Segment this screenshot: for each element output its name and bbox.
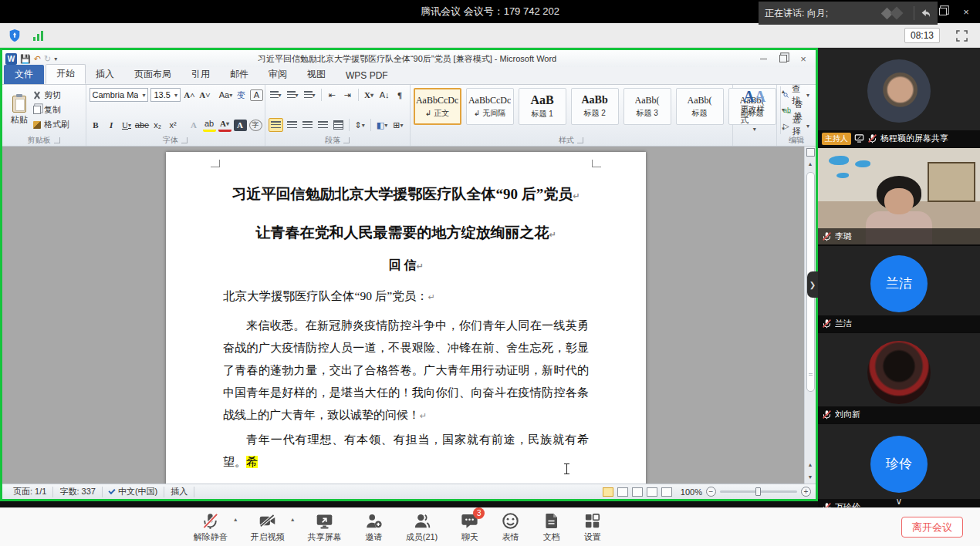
zoom-out-button[interactable]: − bbox=[706, 487, 716, 497]
phonetic-guide-button[interactable]: 变 bbox=[235, 88, 248, 102]
highlight-color-button[interactable]: ab bbox=[203, 118, 216, 132]
asian-layout-button[interactable]: X▾ bbox=[363, 88, 376, 102]
document-canvas[interactable]: 习近平回信勉励北京大学援鄂医疗队全体“90 后”党员↵ 让青春在党和人民最需要的… bbox=[2, 147, 804, 484]
superscript-button[interactable]: x² bbox=[167, 118, 180, 132]
expand-arrow-icon[interactable]: ▲ bbox=[233, 517, 238, 522]
chat-button[interactable]: 聊天3 bbox=[461, 512, 478, 543]
dialog-launcher-icon[interactable] bbox=[577, 137, 583, 143]
style-标题 2[interactable]: AaBb标题 2 bbox=[571, 88, 619, 125]
tab-审阅[interactable]: 审阅 bbox=[259, 66, 297, 84]
tab-邮件[interactable]: 邮件 bbox=[220, 66, 259, 84]
page-indicator[interactable]: 页面: 1/1 bbox=[7, 487, 53, 497]
character-border-button[interactable]: A bbox=[250, 89, 263, 101]
change-styles-button[interactable]: AA 更改样式 ▾ bbox=[736, 86, 773, 134]
undo-button[interactable]: ↶ bbox=[34, 53, 41, 64]
redo-button[interactable]: ↻ bbox=[44, 53, 51, 64]
tab-视图[interactable]: 视图 bbox=[297, 66, 336, 84]
decrease-indent-button[interactable]: ⇤ bbox=[326, 88, 339, 102]
insert-mode[interactable]: 插入 bbox=[164, 487, 194, 497]
style-标题 1[interactable]: AaB标题 1 bbox=[519, 88, 566, 125]
web-layout-view-button[interactable] bbox=[632, 487, 643, 497]
numbering-button[interactable]: ▾ bbox=[286, 88, 300, 102]
sidebar-collapse-chevron[interactable]: ∨ bbox=[896, 496, 903, 507]
draft-view-button[interactable] bbox=[661, 487, 672, 497]
font-color-button[interactable]: A▾ bbox=[218, 118, 231, 132]
dialog-launcher-icon[interactable] bbox=[54, 137, 60, 143]
show-hide-marks-button[interactable]: ¶ bbox=[394, 88, 407, 102]
mic-off-button[interactable]: 解除静音▲ bbox=[194, 512, 228, 543]
word-close-button[interactable]: × bbox=[797, 52, 809, 65]
previous-page-button[interactable]: ▲ bbox=[806, 459, 816, 470]
style-标题[interactable]: AaBb(标题 bbox=[676, 88, 724, 125]
participant-tile-刘向新[interactable]: 刘向新 bbox=[818, 333, 980, 423]
character-shading-button[interactable]: A bbox=[234, 120, 247, 131]
align-center-button[interactable] bbox=[286, 118, 299, 132]
word-minimize-button[interactable] bbox=[757, 52, 769, 65]
word-count[interactable]: 字数: 337 bbox=[53, 487, 102, 497]
bullets-button[interactable]: ▾ bbox=[269, 88, 283, 102]
tab-WPS PDF[interactable]: WPS PDF bbox=[336, 68, 398, 84]
font-name-combo[interactable]: Cambria Ma▾ bbox=[90, 88, 149, 102]
participant-tile-兰洁[interactable]: 兰洁兰洁 bbox=[818, 246, 980, 332]
justify-button[interactable] bbox=[316, 118, 329, 132]
zoom-slider[interactable] bbox=[720, 490, 797, 493]
ruler-toggle-button[interactable] bbox=[806, 148, 815, 157]
document-scrollbar[interactable]: ▲ ▲ ▼ bbox=[804, 147, 816, 484]
style-正文[interactable]: AaBbCcDc↲ 正文 bbox=[414, 88, 461, 125]
emoji-button[interactable]: 表情 bbox=[502, 512, 519, 543]
share-screen-button[interactable]: 共享屏幕 bbox=[308, 512, 342, 543]
sort-button[interactable]: A↓ bbox=[378, 88, 391, 102]
dialog-launcher-icon[interactable] bbox=[181, 137, 188, 143]
borders-button[interactable]: ⊞▾ bbox=[391, 118, 404, 132]
multilevel-list-button[interactable]: ▾ bbox=[302, 88, 317, 102]
participant-tile-李璐[interactable]: 李璐 bbox=[818, 148, 980, 244]
participant-tile-万珍伶[interactable]: 珍伶万珍伶 bbox=[818, 424, 980, 507]
outline-view-button[interactable] bbox=[647, 487, 657, 497]
sidebar-collapse-arrow[interactable]: ❯ bbox=[807, 271, 818, 298]
security-shield-icon[interactable] bbox=[8, 29, 22, 42]
save-button[interactable]: 💾 bbox=[20, 53, 31, 64]
font-size-combo[interactable]: 13.5▾ bbox=[150, 88, 180, 102]
tab-文件[interactable]: 文件 bbox=[4, 65, 44, 84]
dialog-launcher-icon[interactable] bbox=[343, 137, 350, 143]
format-painter-button[interactable]: 格式刷 bbox=[33, 118, 69, 131]
document-button[interactable]: 文档 bbox=[542, 512, 560, 543]
increase-indent-button[interactable]: ⇥ bbox=[341, 88, 354, 102]
print-layout-view-button[interactable] bbox=[603, 487, 613, 497]
app-close-button[interactable]: × bbox=[960, 5, 972, 18]
zoom-in-button[interactable]: + bbox=[801, 487, 811, 497]
next-page-button[interactable]: ▼ bbox=[806, 471, 816, 482]
settings-button[interactable]: 设置 bbox=[583, 512, 601, 543]
italic-button[interactable]: I bbox=[105, 118, 118, 132]
zoom-level[interactable]: 100% bbox=[681, 487, 702, 497]
style-无间隔[interactable]: AaBbCcDc↲ 无间隔 bbox=[466, 88, 514, 125]
scroll-up-button[interactable]: ▲ bbox=[806, 158, 816, 169]
distribute-button[interactable] bbox=[332, 118, 345, 132]
word-app-icon[interactable]: W bbox=[5, 53, 17, 65]
grow-font-button[interactable]: A˄ bbox=[183, 88, 196, 102]
bold-button[interactable]: B bbox=[90, 118, 103, 132]
style-标题 3[interactable]: AaBb(标题 3 bbox=[623, 88, 671, 125]
document-page[interactable]: 习近平回信勉励北京大学援鄂医疗队全体“90 后”党员↵ 让青春在党和人民最需要的… bbox=[166, 152, 646, 484]
copy-button[interactable]: 复制 bbox=[33, 103, 69, 116]
leave-meeting-button[interactable]: 离开会议 bbox=[901, 517, 963, 538]
reply-arrow-icon[interactable] bbox=[919, 7, 931, 19]
strikethrough-button[interactable]: abe bbox=[136, 118, 149, 132]
expand-arrow-icon[interactable]: ▲ bbox=[290, 517, 296, 522]
members-button[interactable]: 成员(21) bbox=[406, 512, 438, 543]
cut-button[interactable]: 剪切 bbox=[33, 89, 69, 102]
fullscreen-reading-view-button[interactable] bbox=[617, 487, 628, 497]
align-right-button[interactable] bbox=[301, 118, 314, 132]
invite-button[interactable]: 邀请 bbox=[365, 512, 383, 543]
text-effects-button[interactable]: A bbox=[188, 118, 201, 132]
app-restore-button[interactable] bbox=[937, 5, 949, 18]
change-case-button[interactable]: Aa▾ bbox=[219, 88, 232, 102]
tab-页面布局[interactable]: 页面布局 bbox=[124, 66, 181, 84]
proofing-status[interactable]: 中文(中国) bbox=[103, 487, 164, 497]
zoom-slider-thumb[interactable] bbox=[755, 487, 761, 496]
network-signal-icon[interactable] bbox=[32, 29, 45, 42]
subscript-button[interactable]: x₂ bbox=[151, 118, 164, 132]
align-left-button[interactable] bbox=[269, 118, 283, 132]
enclose-characters-button[interactable]: 字 bbox=[249, 120, 262, 131]
word-restore-button[interactable] bbox=[777, 52, 789, 65]
